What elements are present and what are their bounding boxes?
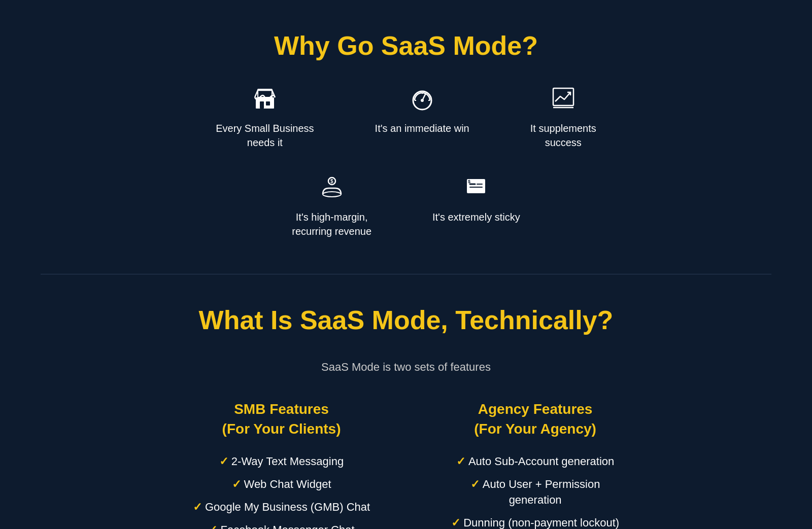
checkmark-icon: ✓ [193, 501, 202, 513]
section-divider [41, 274, 771, 274]
checkmark-icon: ✓ [219, 455, 228, 468]
store-icon [253, 86, 277, 114]
svg-point-6 [421, 99, 424, 102]
agency-column-title: Agency Features (For Your Agency) [474, 399, 596, 439]
smb-features-column: SMB Features (For Your Clients) ✓2-Way T… [193, 399, 370, 529]
checkmark-icon: ✓ [451, 516, 460, 529]
agency-features-column: Agency Features (For Your Agency) ✓Auto … [451, 399, 619, 529]
agency-feature-1: ✓Auto Sub-Account generation [451, 454, 619, 470]
section-what-title: What Is SaaS Mode, Technically? [41, 305, 771, 335]
reasons-top-row: Every Small Businessneeds it It's an imm… [10, 86, 802, 150]
reason-extremely-sticky: $ It's extremely sticky [432, 175, 520, 238]
reason-extremely-sticky-label: It's extremely sticky [432, 210, 520, 224]
gauge-icon [410, 86, 434, 114]
checkmark-icon: ✓ [470, 478, 480, 490]
checkmark-icon: ✓ [208, 523, 217, 529]
page-wrapper: Why Go SaaS Mode? Every Small Businessne… [0, 0, 812, 529]
section-what: What Is SaaS Mode, Technically? SaaS Mod… [10, 305, 802, 529]
agency-feature-list: ✓Auto Sub-Account generation ✓Auto User … [451, 454, 619, 529]
agency-feature-2: ✓Auto User + Permissiongeneration [451, 477, 619, 508]
reason-supplements-success: It supplementssuccess [530, 86, 596, 150]
reasons-bottom-row: $ It's high-margin,recurring revenue $ [10, 175, 802, 238]
features-columns: SMB Features (For Your Clients) ✓2-Way T… [41, 399, 771, 529]
smb-column-title: SMB Features (For Your Clients) [222, 399, 341, 439]
smb-feature-1: ✓2-Way Text Messaging [193, 454, 370, 470]
section-what-subtitle: SaaS Mode is two sets of features [41, 361, 771, 374]
svg-text:$: $ [468, 179, 470, 184]
svg-rect-1 [260, 101, 264, 109]
reason-supplements-label: It supplementssuccess [530, 121, 596, 150]
checkmark-icon: ✓ [232, 478, 241, 490]
reason-high-margin: $ It's high-margin,recurring revenue [292, 175, 371, 238]
money-hand-icon: $ [320, 175, 344, 203]
reason-immediate-win-label: It's an immediate win [375, 121, 469, 135]
checkmark-icon: ✓ [456, 455, 465, 468]
section-why-title: Why Go SaaS Mode? [10, 30, 802, 61]
svg-rect-2 [266, 101, 270, 105]
receipt-icon: $ [464, 175, 488, 203]
reason-small-business: Every Small Businessneeds it [216, 86, 314, 150]
smb-feature-4: ✓Facebook Messenger Chat [193, 522, 370, 529]
svg-text:$: $ [330, 179, 333, 184]
smb-feature-3: ✓Google My Business (GMB) Chat [193, 500, 370, 515]
reason-small-business-label: Every Small Businessneeds it [216, 121, 314, 150]
section-why: Why Go SaaS Mode? Every Small Businessne… [10, 30, 802, 269]
svg-point-14 [323, 192, 341, 197]
chart-icon [551, 86, 576, 114]
reason-immediate-win: It's an immediate win [375, 86, 469, 150]
svg-rect-10 [553, 88, 573, 105]
smb-feature-list: ✓2-Way Text Messaging ✓Web Chat Widget ✓… [193, 454, 370, 529]
agency-feature-3: ✓Dunning (non-payment lockout) [451, 515, 619, 529]
reason-high-margin-label: It's high-margin,recurring revenue [292, 210, 371, 238]
smb-feature-2: ✓Web Chat Widget [193, 477, 370, 492]
